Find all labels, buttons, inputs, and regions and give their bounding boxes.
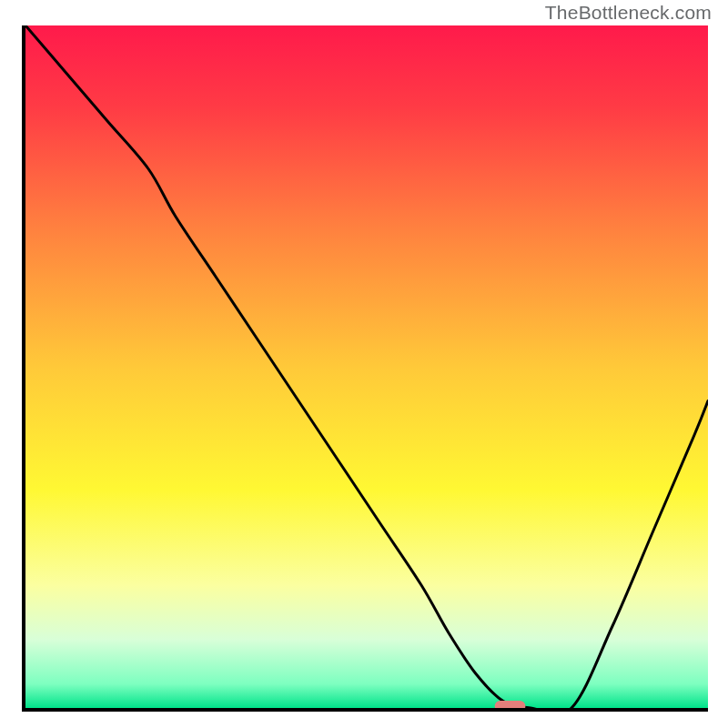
chart-svg <box>25 25 708 708</box>
gradient-background <box>25 25 708 708</box>
watermark-text: TheBottleneck.com <box>545 2 712 24</box>
sweet-spot-marker <box>495 701 526 708</box>
plot-area <box>25 25 708 708</box>
